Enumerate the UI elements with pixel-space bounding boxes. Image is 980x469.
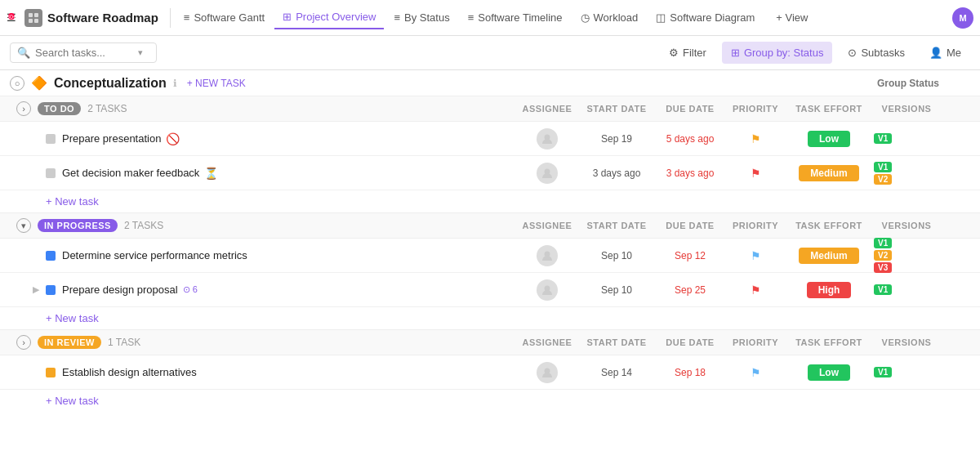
- col-priority: PRIORITY: [727, 104, 784, 114]
- task-color-dot: [46, 168, 56, 178]
- col-priority: PRIORITY: [727, 221, 784, 230]
- group-collapse-inprogress[interactable]: ▾: [16, 218, 31, 233]
- task-avatar[interactable]: [537, 362, 558, 383]
- group-label-inreview: IN REVIEW: [38, 336, 101, 349]
- priority-flag: ⚑: [751, 284, 761, 297]
- nav-tab-overview[interactable]: ⊞Project Overview: [274, 6, 384, 29]
- col-effort: TASK EFFORT: [784, 337, 874, 347]
- task-expand[interactable]: [33, 134, 46, 144]
- cell-assignee: [514, 128, 580, 150]
- group-bar-inreview[interactable]: › IN REVIEW 1 TASK ASSIGNEE START DATE D…: [0, 329, 980, 355]
- tab-icon: ⊞: [283, 11, 292, 23]
- effort-badge: High: [807, 282, 852, 298]
- search-box[interactable]: 🔍 ▾: [10, 42, 157, 63]
- version-tag: V1: [874, 238, 892, 248]
- hamburger-menu[interactable]: ☰ 80+: [7, 11, 16, 24]
- task-name: Prepare design proposal⊙ 6: [62, 284, 514, 296]
- group-bar-inprogress[interactable]: ▾ IN PROGRESS 2 TASKS ASSIGNEE START DAT…: [0, 212, 980, 239]
- main-content: ○ 🔶 Conceptualization ℹ + NEW TASK Group…: [0, 70, 980, 469]
- group-count-todo: 2 TASKS: [87, 103, 127, 114]
- task-expand[interactable]: [33, 168, 46, 178]
- group-collapse-todo[interactable]: ›: [16, 101, 31, 116]
- task-status-icon: 🚫: [166, 132, 180, 145]
- group-icon: ⊞: [731, 47, 740, 59]
- group-count-inprogress: 2 TASKS: [124, 220, 163, 231]
- task-expand[interactable]: [33, 251, 46, 261]
- task-expand[interactable]: ▶: [33, 284, 46, 295]
- info-icon: ℹ: [173, 78, 177, 89]
- task-name: Prepare presentation🚫: [62, 132, 514, 145]
- nav-tab-gantt[interactable]: ≡Software Gantt: [176, 7, 273, 29]
- cell-start-date: 3 days ago: [580, 168, 653, 179]
- section-header[interactable]: ○ 🔶 Conceptualization ℹ + NEW TASK Group…: [0, 70, 980, 96]
- new-task-button[interactable]: + NEW TASK: [187, 78, 246, 89]
- user-avatar[interactable]: M: [952, 7, 973, 29]
- search-input[interactable]: [35, 47, 133, 59]
- cell-priority: ⚑: [727, 132, 784, 145]
- toolbar: 🔍 ▾ ⚙ Filter ⊞ Group by: Status ⊙ Subtas…: [0, 36, 980, 70]
- nav-tab-status[interactable]: ≡By Status: [385, 7, 457, 29]
- cell-effort: Low: [784, 131, 874, 147]
- col-versions: VERSIONS: [874, 337, 939, 347]
- nav-tab-diagram[interactable]: ◫Software Diagram: [648, 7, 763, 29]
- col-start: START DATE: [580, 337, 653, 347]
- subtask-count: ⊙ 6: [183, 284, 198, 295]
- cell-versions: V1V2V3: [874, 238, 939, 273]
- dropdown-icon[interactable]: ▾: [138, 47, 143, 58]
- cell-start-date: Sep 10: [580, 250, 653, 261]
- effort-badge: Medium: [799, 165, 858, 181]
- group-by-button[interactable]: ⊞ Group by: Status: [722, 42, 833, 64]
- task-row[interactable]: Determine service performance metrics Se…: [0, 239, 980, 273]
- task-avatar[interactable]: [537, 245, 558, 266]
- cell-assignee: [514, 362, 580, 383]
- col-start: START DATE: [580, 221, 653, 230]
- priority-flag: ⚑: [751, 366, 761, 379]
- task-expand[interactable]: [33, 368, 46, 377]
- app-logo: Software Roadmap: [18, 9, 165, 27]
- new-task-row-inreview[interactable]: + New task: [0, 390, 980, 412]
- col-due: DUE DATE: [653, 337, 727, 347]
- group-collapse-inreview[interactable]: ›: [16, 335, 31, 350]
- task-row[interactable]: ▶ Prepare design proposal⊙ 6 Sep 10 Sep …: [0, 273, 980, 307]
- task-name: Get decision maker feedback⏳: [62, 167, 514, 180]
- me-button[interactable]: 👤 Me: [920, 42, 970, 64]
- task-avatar[interactable]: [537, 279, 558, 301]
- task-avatar[interactable]: [537, 128, 558, 150]
- cell-effort: Low: [784, 364, 874, 381]
- svg-rect-0: [29, 13, 33, 17]
- tab-label: Software Diagram: [670, 11, 755, 24]
- task-avatar[interactable]: [537, 163, 558, 184]
- new-task-row-todo[interactable]: + New task: [0, 190, 980, 212]
- task-name: Establish design alternatives: [62, 366, 514, 378]
- cell-priority: ⚑: [727, 249, 784, 262]
- task-row[interactable]: Get decision maker feedback⏳ 3 days ago …: [0, 156, 980, 190]
- task-name: Determine service performance metrics: [62, 249, 514, 261]
- app-title: Software Roadmap: [47, 11, 158, 25]
- section-toggle[interactable]: ○: [10, 76, 24, 91]
- nav-tab-timeline[interactable]: ≡Software Timeline: [460, 7, 571, 29]
- add-view-button[interactable]: + View: [768, 7, 816, 29]
- notification-badge: 80+: [8, 13, 15, 20]
- section-title: Conceptualization: [54, 76, 167, 91]
- task-color-dot: [46, 285, 56, 295]
- cell-priority: ⚑: [727, 284, 784, 297]
- cell-due-date: Sep 18: [653, 367, 727, 378]
- tab-label: Software Gantt: [194, 11, 265, 24]
- subtasks-button[interactable]: ⊙ Subtasks: [839, 42, 913, 64]
- task-color-dot: [46, 368, 56, 377]
- tab-icon: ◷: [581, 11, 590, 24]
- version-tag: V1: [874, 367, 892, 377]
- task-row[interactable]: Prepare presentation🚫 Sep 19 5 days ago …: [0, 122, 980, 156]
- priority-flag: ⚑: [751, 167, 761, 180]
- cell-effort: Medium: [784, 248, 874, 264]
- new-task-row-inprogress[interactable]: + New task: [0, 307, 980, 329]
- task-row[interactable]: Establish design alternatives Sep 14 Sep…: [0, 355, 980, 390]
- col-start: START DATE: [580, 104, 653, 114]
- group-bar-todo[interactable]: › TO DO 2 TASKS ASSIGNEE START DATE DUE …: [0, 96, 980, 122]
- group-status-label: Group Status: [877, 78, 939, 89]
- nav-tab-workload[interactable]: ◷Workload: [572, 7, 647, 29]
- col-versions: VERSIONS: [874, 104, 939, 114]
- section-icon: 🔶: [31, 75, 47, 91]
- version-tag: V2: [874, 250, 892, 261]
- filter-button[interactable]: ⚙ Filter: [660, 42, 715, 64]
